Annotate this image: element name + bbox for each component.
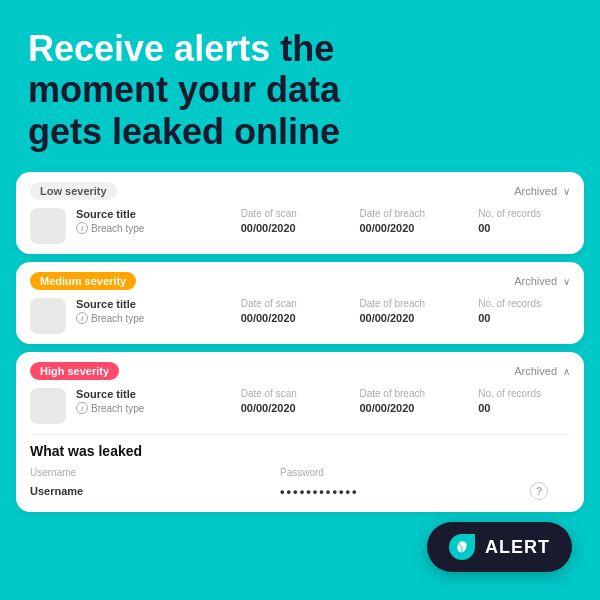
badge-medium: Medium severity: [30, 272, 136, 290]
date-breach-label-low: Date of breach: [359, 208, 474, 220]
help-icon[interactable]: ?: [530, 482, 548, 500]
source-title-low: Source title: [76, 208, 237, 220]
records-label-medium: No. of records: [478, 298, 570, 310]
date-scan-value-low: 00/00/2020: [241, 222, 356, 234]
card-medium: Medium severity Archived ∨ Source title …: [16, 262, 584, 344]
badge-high: High severity: [30, 362, 119, 380]
records-value-low: 00: [478, 222, 570, 234]
card-medium-info: Source title Date of scan Date of breach…: [76, 298, 570, 324]
cards-wrapper: Low severity Archived ∨ Source title Dat…: [0, 172, 600, 600]
archived-label-medium: Archived: [514, 275, 557, 287]
records-label-low: No. of records: [478, 208, 570, 220]
archived-label-high: Archived: [514, 365, 557, 377]
username-label: Username: [30, 467, 276, 478]
breach-type-label-medium: Breach type: [91, 313, 144, 324]
date-scan-label-medium: Date of scan: [241, 298, 356, 310]
card-high: High severity Archived ∧ Source title Da…: [16, 352, 584, 512]
leaf-svg: [455, 540, 469, 554]
card-medium-header: Medium severity Archived ∨: [30, 272, 570, 290]
date-scan-label-high: Date of scan: [241, 388, 356, 400]
password-label: Password: [280, 467, 526, 478]
breach-type-icon-high: i: [76, 402, 88, 414]
chevron-high-icon[interactable]: ∧: [563, 366, 570, 377]
date-breach-value-low: 00/00/2020: [359, 222, 474, 234]
card-high-header: High severity Archived ∧: [30, 362, 570, 380]
source-thumb-low: [30, 208, 66, 244]
hero-the: the: [280, 28, 334, 69]
records-value-medium: 00: [478, 312, 570, 324]
username-value: Username: [30, 485, 276, 497]
source-title-medium: Source title: [76, 298, 237, 310]
records-value-high: 00: [478, 402, 570, 414]
card-high-row: Source title Date of scan Date of breach…: [30, 388, 570, 424]
hero-line3: gets leaked online: [28, 111, 340, 152]
breach-type-low: i Breach type: [76, 222, 237, 234]
date-scan-value-high: 00/00/2020: [241, 402, 356, 414]
breach-type-high: i Breach type: [76, 402, 237, 414]
source-thumb-high: [30, 388, 66, 424]
source-thumb-medium: [30, 298, 66, 334]
password-value: ••••••••••••: [280, 484, 526, 499]
chevron-low-icon[interactable]: ∨: [563, 186, 570, 197]
card-low-row: Source title Date of scan Date of breach…: [30, 208, 570, 244]
breach-type-icon-medium: i: [76, 312, 88, 324]
date-breach-label-medium: Date of breach: [359, 298, 474, 310]
hero-section: Receive alerts themoment your datagets l…: [0, 0, 600, 172]
card-low-header: Low severity Archived ∨: [30, 182, 570, 200]
breach-type-icon-low: i: [76, 222, 88, 234]
date-breach-label-high: Date of breach: [359, 388, 474, 400]
card-low: Low severity Archived ∨ Source title Dat…: [16, 172, 584, 254]
badge-low: Low severity: [30, 182, 117, 200]
chevron-medium-icon[interactable]: ∨: [563, 276, 570, 287]
breach-type-medium: i Breach type: [76, 312, 237, 324]
alert-button[interactable]: ALERT: [427, 522, 572, 572]
hero-receive: Receive alerts: [28, 28, 270, 69]
card-medium-row: Source title Date of scan Date of breach…: [30, 298, 570, 334]
archived-label-low: Archived: [514, 185, 557, 197]
what-was-leaked-section: What was leaked Username Password Userna…: [30, 434, 570, 500]
date-scan-label-low: Date of scan: [241, 208, 356, 220]
hero-line2: moment your data: [28, 69, 340, 110]
leaked-title: What was leaked: [30, 443, 570, 459]
source-title-high: Source title: [76, 388, 237, 400]
card-low-info: Source title Date of scan Date of breach…: [76, 208, 570, 234]
alert-leaf-icon: [449, 534, 475, 560]
card-high-info: Source title Date of scan Date of breach…: [76, 388, 570, 414]
date-breach-value-high: 00/00/2020: [359, 402, 474, 414]
breach-type-label-low: Breach type: [91, 223, 144, 234]
card-low-header-right: Archived ∨: [514, 185, 570, 197]
date-breach-value-medium: 00/00/2020: [359, 312, 474, 324]
card-medium-header-right: Archived ∨: [514, 275, 570, 287]
records-label-high: No. of records: [478, 388, 570, 400]
app-container: Receive alerts themoment your datagets l…: [0, 0, 600, 600]
card-high-header-right: Archived ∧: [514, 365, 570, 377]
date-scan-value-medium: 00/00/2020: [241, 312, 356, 324]
hero-headline: Receive alerts themoment your datagets l…: [28, 28, 572, 152]
alert-label: ALERT: [485, 537, 550, 558]
breach-type-label-high: Breach type: [91, 403, 144, 414]
leaked-fields: Username Password Username •••••••••••• …: [30, 467, 570, 500]
